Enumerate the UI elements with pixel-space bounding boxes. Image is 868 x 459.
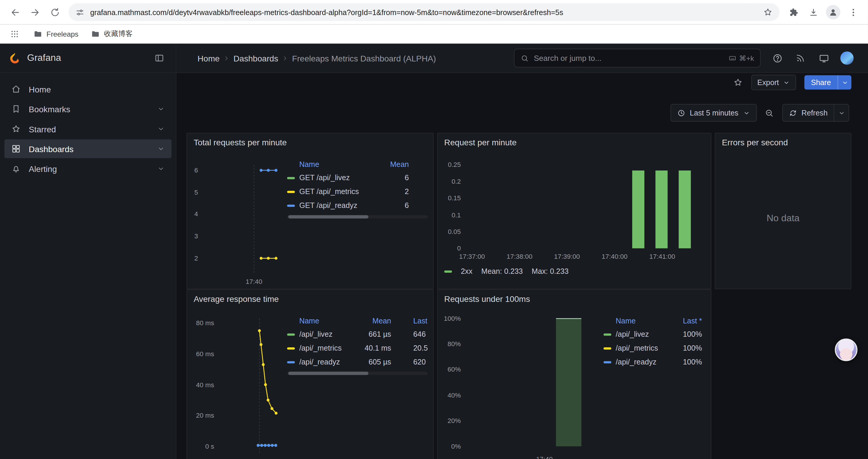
refresh-button[interactable]: Refresh [783,104,834,121]
breadcrumb-home[interactable]: Home [197,54,219,63]
user-avatar[interactable] [838,49,856,67]
legend-row[interactable]: /api/_livez 661 µs 646 µs [287,328,428,341]
legend-row[interactable]: /api/_livez 100% [603,328,702,341]
sidebar: Grafana Home Bookmarks Starred [0,44,176,459]
help-button[interactable] [769,49,786,67]
sidebar-item-dashboards[interactable]: Dashboards [4,139,172,158]
bookmark-folder-blogs[interactable]: 收藏博客 [91,29,133,39]
browser-menu-button[interactable] [844,3,863,22]
series-color-dash [287,347,295,349]
chevron-down-icon[interactable] [157,165,165,172]
apps-grid-button[interactable] [8,27,21,40]
series-color-dash [287,333,295,335]
x-axis-tick: 17:40 [232,277,276,285]
scrollbar-thumb[interactable] [288,371,368,375]
legend-col-mean[interactable]: Mean [358,317,391,325]
legend-header: Name Mean Last * [287,314,428,328]
sidebar-nav: Home Bookmarks Starred Dashboards [0,73,176,185]
panel-title[interactable]: Total requests per minute [193,138,286,147]
avatar [840,52,854,65]
back-button[interactable] [6,3,25,22]
series-max: Max: 0.233 [532,267,569,275]
legend-scrollbar[interactable] [287,215,428,218]
sidebar-item-starred[interactable]: Starred [4,119,172,138]
downloads-button[interactable] [804,3,823,22]
arrow-left-icon [10,7,20,18]
y-axis-tick: 60% [442,366,461,373]
forward-button[interactable] [25,3,44,22]
legend-row[interactable]: GET /api/_readyz 6 [287,198,428,212]
zoom-out-button[interactable] [761,104,778,121]
x-axis-tick: 17:41:00 [640,253,685,261]
y-axis-tick: 6 [187,167,198,174]
series-mean: Mean: 0.233 [481,267,523,275]
legend-col-last[interactable]: Last * [673,317,702,325]
legend-header: Name Mean [287,158,428,171]
news-button[interactable] [792,49,809,67]
extensions-button[interactable] [784,3,803,22]
bar-plot[interactable]: 0.250.20.150.10.05017:37:0017:38:0017:39… [466,161,699,249]
legend-row[interactable]: /api/_readyz 605 µs 620 µs [287,355,428,369]
grafana-app: Grafana Home Bookmarks Starred [0,44,868,459]
arrow-right-icon [30,7,40,18]
bookmark-star-icon[interactable] [763,7,773,17]
legend-col-name[interactable]: Name [287,160,387,168]
zoom-out-icon [765,108,774,118]
series-color-dash [603,333,611,335]
search-input[interactable]: Search or jump to... ⌘+k [514,49,761,68]
legend-col-name[interactable]: Name [287,317,358,325]
bookmark-folder-freeleaps[interactable]: Freeleaps [33,29,78,38]
sidebar-item-bookmarks[interactable]: Bookmarks [4,100,172,119]
legend-row[interactable]: /api/_readyz 100% [603,355,702,369]
legend-row[interactable]: /api/_metrics 100% [603,341,702,355]
time-range-picker[interactable]: Last 5 minutes [670,104,756,122]
chevron-down-icon [743,109,750,117]
chevron-down-icon[interactable] [157,145,165,153]
reload-button[interactable] [45,3,64,22]
sidebar-item-label: Starred [29,124,56,133]
sidebar-toggle-icon [154,53,164,63]
series-color-dash [603,361,611,363]
sidebar-item-home[interactable]: Home [4,80,172,99]
legend-row[interactable]: GET /api/_livez 6 [287,171,428,185]
panel-title[interactable]: Errors per second [722,138,788,147]
share-menu-caret[interactable] [838,75,851,90]
sidebar-item-label: Home [29,85,51,94]
legend-col-mean[interactable]: Mean [387,160,409,168]
display-button[interactable] [815,49,833,67]
bar-plot[interactable]: 100%80%60%40%20%0%17:40 [466,315,602,451]
legend-row[interactable]: 2xx [444,267,473,275]
timeseries-plot[interactable]: 80 ms60 ms40 ms20 ms0 s17:40 [219,319,284,453]
legend-scrollbar[interactable] [287,371,428,375]
profile-button[interactable] [824,3,843,22]
y-axis-tick: 0.2 [444,177,461,185]
share-button[interactable]: Share [804,75,851,90]
site-settings-icon [75,7,85,17]
panel-title[interactable]: Requests under 100ms [444,294,530,304]
y-axis-tick: 100% [442,315,461,322]
sidebar-toggle-button[interactable] [152,50,167,66]
refresh-interval-caret[interactable] [834,104,849,121]
legend-row[interactable]: /api/_metrics 40.1 ms 20.5 ms [287,341,428,355]
scrollbar-thumb[interactable] [288,215,368,218]
legend-col-name[interactable]: Name [603,317,673,325]
timeseries-plot[interactable]: 6543217:40 [204,165,284,273]
favorite-star-button[interactable] [733,77,743,88]
chevron-down-icon[interactable] [157,105,165,113]
legend-row[interactable]: GET /api/_metrics 2 [287,185,428,198]
panel-title[interactable]: Request per minute [444,138,517,147]
breadcrumb-dashboards[interactable]: Dashboards [234,54,278,63]
address-bar[interactable]: grafana.mathmast.com/d/deytv4rwavabkb/fr… [68,3,779,21]
export-button[interactable]: Export [751,75,796,90]
grafana-logo[interactable] [9,52,21,64]
chevron-down-icon[interactable] [157,125,165,133]
panel-title[interactable]: Average response time [193,294,279,304]
legend-col-last[interactable]: Last * [413,317,428,325]
brand-name[interactable]: Grafana [27,53,61,64]
y-axis-tick: 20% [442,417,461,424]
chat-assistant-avatar[interactable] [835,338,858,361]
sidebar-item-alerting[interactable]: Alerting [4,159,172,178]
dashboards-grid-icon [11,144,21,154]
search-icon [521,54,529,62]
series-color-dash [287,191,295,193]
